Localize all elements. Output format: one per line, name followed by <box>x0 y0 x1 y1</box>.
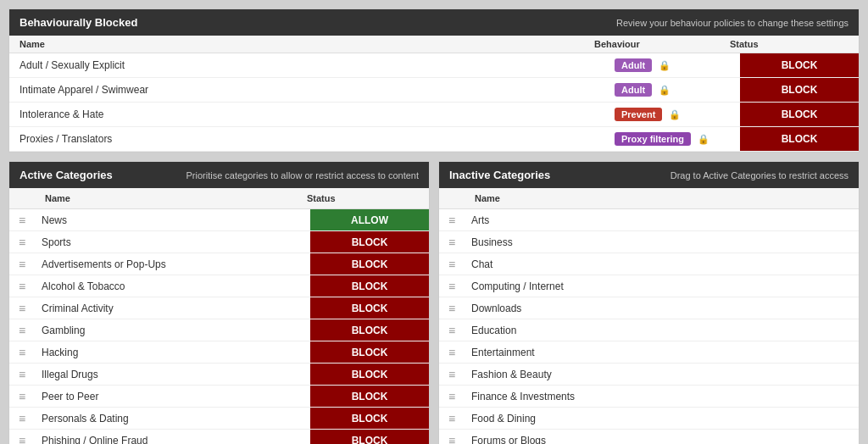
blocked-col-status: Status <box>730 39 849 49</box>
inactive-cat-row: ≡Computing / Internet <box>439 275 859 297</box>
drag-handle-icon[interactable]: ≡ <box>439 214 465 227</box>
drag-handle-icon[interactable]: ≡ <box>439 324 465 337</box>
inactive-cat-name: Fashion & Beauty <box>465 365 859 384</box>
inactive-cat-row: ≡Finance & Investments <box>439 386 859 408</box>
behaviour-badge: Proxy filtering <box>615 132 691 146</box>
active-cat-table-header: Name Status <box>9 188 429 209</box>
active-cat-status: BLOCK <box>310 341 429 363</box>
active-categories-subtitle: Prioritise categories to allow or restri… <box>186 170 419 180</box>
active-cat-status: BLOCK <box>310 430 429 444</box>
inactive-cat-row: ≡Food & Dining <box>439 408 859 430</box>
inactive-cat-rows: ≡Arts≡Business≡Chat≡Computing / Internet… <box>439 209 859 444</box>
inactive-cat-name: Finance & Investments <box>465 387 859 406</box>
drag-handle-icon[interactable]: ≡ <box>9 364 35 385</box>
drag-handle-icon[interactable]: ≡ <box>9 297 35 319</box>
active-cat-status: BLOCK <box>310 364 429 385</box>
inactive-cat-row: ≡Fashion & Beauty <box>439 364 859 386</box>
drag-handle-icon[interactable]: ≡ <box>9 341 35 363</box>
drag-handle-icon[interactable]: ≡ <box>9 253 35 275</box>
active-cat-col-name: Name <box>42 191 303 205</box>
drag-handle-icon[interactable]: ≡ <box>439 346 465 359</box>
inactive-cat-name: Entertainment <box>465 343 859 362</box>
blocked-section-header: Behaviourally Blocked Review your behavi… <box>9 9 859 36</box>
drag-handle-icon[interactable]: ≡ <box>9 319 35 341</box>
inactive-cat-name: Chat <box>465 255 859 274</box>
blocked-row-behaviour: Adult🔒 <box>604 80 740 100</box>
active-cat-col-status: Status <box>303 191 422 205</box>
blocked-subtitle: Review your behaviour policies to change… <box>616 18 849 28</box>
active-cat-status: BLOCK <box>310 319 429 341</box>
drag-handle-icon[interactable]: ≡ <box>9 386 35 407</box>
blocked-row-name: Intimate Apparel / Swimwear <box>9 80 604 99</box>
lock-icon: 🔒 <box>659 60 670 71</box>
active-cat-name: Alcohol & Tobacco <box>35 275 310 297</box>
active-cat-status: BLOCK <box>310 275 429 297</box>
active-cat-name: News <box>35 209 310 230</box>
blocked-row-behaviour: Proxy filtering🔒 <box>604 129 740 149</box>
drag-handle-icon[interactable]: ≡ <box>439 280 465 293</box>
active-cat-name: Criminal Activity <box>35 297 310 319</box>
drag-handle-icon[interactable]: ≡ <box>9 275 35 297</box>
active-cat-row: ≡Advertisements or Pop-UpsBLOCK <box>9 253 429 275</box>
inactive-cat-name: Business <box>465 233 859 252</box>
active-cat-status: BLOCK <box>310 386 429 407</box>
drag-handle-icon[interactable]: ≡ <box>9 231 35 253</box>
active-cat-row: ≡Criminal ActivityBLOCK <box>9 297 429 319</box>
bottom-sections: Active Categories Prioritise categories … <box>8 161 860 444</box>
inactive-categories-subtitle: Drag to Active Categories to restrict ac… <box>670 170 849 180</box>
drag-handle-icon[interactable]: ≡ <box>9 209 35 230</box>
drag-handle-icon[interactable]: ≡ <box>439 434 465 445</box>
inactive-cat-table-header: Name <box>439 188 859 209</box>
behaviour-badge: Prevent <box>615 108 662 121</box>
drag-handle-icon[interactable]: ≡ <box>9 430 35 444</box>
active-categories-section: Active Categories Prioritise categories … <box>8 161 430 444</box>
active-cat-col-drag <box>16 191 42 205</box>
active-cat-status: BLOCK <box>310 297 429 319</box>
active-cat-row: ≡NewsALLOW <box>9 209 429 231</box>
blocked-row-behaviour: Adult🔒 <box>604 55 740 75</box>
drag-handle-icon[interactable]: ≡ <box>439 368 465 381</box>
blocked-row-status: BLOCK <box>740 127 859 151</box>
drag-handle-icon[interactable]: ≡ <box>439 390 465 403</box>
inactive-cat-row: ≡Education <box>439 319 859 341</box>
blocked-row: Adult / Sexually ExplicitAdult🔒BLOCK <box>9 53 859 78</box>
active-cat-row: ≡HackingBLOCK <box>9 341 429 364</box>
drag-handle-icon[interactable]: ≡ <box>439 302 465 315</box>
active-cat-status: ALLOW <box>310 209 429 230</box>
active-cat-name: Advertisements or Pop-Ups <box>35 253 310 275</box>
blocked-row: Proxies / TranslatorsProxy filtering🔒BLO… <box>9 127 859 152</box>
inactive-categories-title: Inactive Categories <box>449 169 550 181</box>
active-categories-header: Active Categories Prioritise categories … <box>9 162 429 188</box>
active-cat-name: Sports <box>35 231 310 253</box>
inactive-categories-section: Inactive Categories Drag to Active Categ… <box>438 161 860 444</box>
blocked-row-name: Proxies / Translators <box>9 130 604 148</box>
lock-icon: 🔒 <box>669 109 681 120</box>
inactive-cat-row: ≡Chat <box>439 253 859 275</box>
active-cat-name: Phishing / Online Fraud <box>35 430 310 444</box>
drag-handle-icon[interactable]: ≡ <box>439 236 465 249</box>
inactive-cat-col-drag <box>446 191 471 205</box>
inactive-cat-row: ≡Business <box>439 231 859 253</box>
inactive-cat-name: Food & Dining <box>465 409 859 428</box>
lock-icon: 🔒 <box>698 134 709 145</box>
active-cat-rows: ≡NewsALLOW≡SportsBLOCK≡Advertisements or… <box>9 209 429 444</box>
inactive-cat-row: ≡Forums or Blogs <box>439 430 859 444</box>
active-cat-row: ≡Personals & DatingBLOCK <box>9 408 429 430</box>
drag-handle-icon[interactable]: ≡ <box>9 408 35 429</box>
inactive-cat-col-name: Name <box>471 191 852 205</box>
inactive-cat-name: Education <box>465 321 859 340</box>
inactive-cat-row: ≡Arts <box>439 209 859 231</box>
drag-handle-icon[interactable]: ≡ <box>439 412 465 425</box>
active-cat-name: Personals & Dating <box>35 408 310 429</box>
drag-handle-icon[interactable]: ≡ <box>439 258 465 271</box>
active-cat-name: Hacking <box>35 341 310 363</box>
behaviourally-blocked-section: Behaviourally Blocked Review your behavi… <box>8 8 860 153</box>
active-cat-status: BLOCK <box>310 231 429 253</box>
active-cat-row: ≡Phishing / Online FraudBLOCK <box>9 430 429 444</box>
active-cat-name: Illegal Drugs <box>35 364 310 385</box>
active-cat-status: BLOCK <box>310 253 429 275</box>
active-categories-title: Active Categories <box>19 169 113 181</box>
inactive-cat-name: Forums or Blogs <box>465 431 859 445</box>
active-cat-row: ≡SportsBLOCK <box>9 231 429 253</box>
blocked-row-status: BLOCK <box>740 103 859 126</box>
